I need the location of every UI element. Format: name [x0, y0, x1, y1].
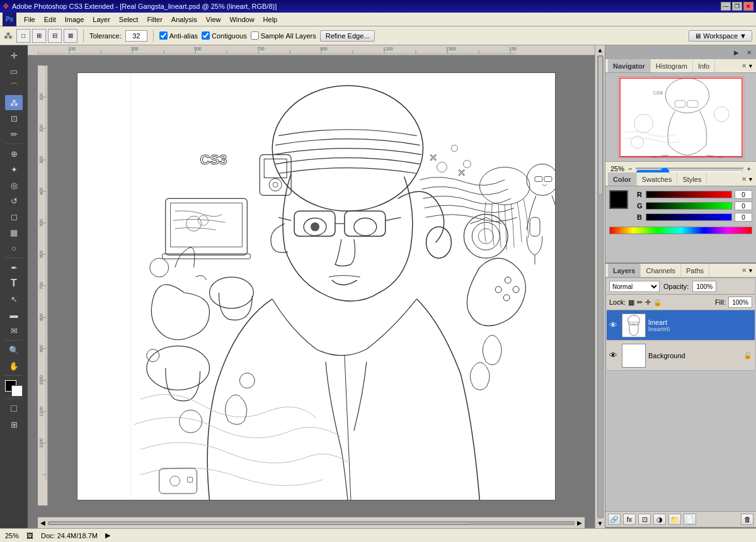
path-select-tool[interactable]: ↖	[5, 291, 23, 307]
selection-add-btn[interactable]: ⊞	[32, 29, 46, 43]
menu-help[interactable]: Help	[260, 14, 282, 25]
menu-layer[interactable]: Layer	[89, 14, 114, 25]
menu-window[interactable]: Window	[226, 14, 258, 25]
text-tool[interactable]: T	[5, 276, 23, 291]
b-slider[interactable]	[646, 213, 732, 221]
canvas-content[interactable]: 100200 300400 500600 700800 9001000 1100…	[38, 55, 585, 517]
brush-tool[interactable]: ✦	[5, 162, 23, 177]
restore-button[interactable]: ❐	[732, 2, 742, 11]
scroll-down-arrow[interactable]: ▼	[597, 520, 604, 527]
fill-input[interactable]	[728, 296, 752, 308]
hand-tool[interactable]: ✋	[5, 358, 23, 373]
contiguous-option[interactable]: Contiguous	[202, 31, 247, 40]
r-value-input[interactable]	[735, 190, 752, 199]
menu-image[interactable]: Image	[61, 14, 88, 25]
color-panel-menu[interactable]: ▼	[748, 176, 753, 183]
zoom-slider[interactable]	[636, 167, 743, 169]
selection-intersect-btn[interactable]: ⊠	[64, 29, 77, 43]
eraser-tool[interactable]: ◻	[5, 209, 23, 224]
zoom-out-icon[interactable]: −	[628, 165, 632, 172]
history-brush[interactable]: ↺	[5, 193, 23, 208]
layer-eye-lineart[interactable]: 👁	[609, 320, 619, 330]
foreground-swatch[interactable]	[609, 190, 628, 209]
menu-view[interactable]: View	[202, 14, 225, 25]
tab-navigator[interactable]: Navigator	[608, 59, 651, 72]
menu-filter[interactable]: Filter	[143, 14, 166, 25]
scroll-thumb-h[interactable]	[49, 522, 469, 524]
selection-subtract-btn[interactable]: ⊟	[48, 29, 62, 43]
minimize-button[interactable]: —	[721, 2, 731, 11]
dodge-tool[interactable]: ○	[5, 240, 23, 256]
lasso-tool[interactable]: ⌒	[5, 79, 23, 94]
background-color[interactable]	[11, 385, 23, 397]
layer-delete-button[interactable]: 🗑	[741, 514, 753, 525]
move-tool[interactable]: ✛	[5, 48, 23, 63]
fg-bg-colors[interactable]	[5, 380, 23, 397]
scroll-thumb-v[interactable]	[598, 56, 603, 195]
navigator-panel-menu[interactable]: ▼	[748, 63, 753, 69]
tab-layers[interactable]: Layers	[608, 264, 641, 277]
contiguous-checkbox[interactable]	[202, 31, 210, 40]
anti-alias-option[interactable]: Anti-alias	[159, 31, 198, 40]
lock-image-icon[interactable]: ✏	[637, 298, 643, 307]
scroll-right-arrow[interactable]: ▶	[577, 519, 582, 526]
canvas-image[interactable]: CS3	[77, 72, 556, 500]
eyedropper-tool[interactable]: ✏	[5, 127, 23, 142]
layers-panel-menu[interactable]: ▼	[748, 268, 753, 274]
window-controls[interactable]: — ❐ ✕	[721, 2, 753, 11]
layer-group-button[interactable]: 📁	[668, 514, 681, 525]
tab-channels[interactable]: Channels	[641, 264, 680, 277]
sample-all-option[interactable]: Sample All Layers	[251, 31, 316, 40]
refine-edge-button[interactable]: Refine Edge...	[320, 30, 375, 42]
heal-tool[interactable]: ⊕	[5, 146, 23, 161]
notes-tool[interactable]: ✉	[5, 323, 23, 338]
tab-info[interactable]: Info	[693, 59, 715, 72]
g-value-input[interactable]	[735, 201, 752, 210]
lock-all-icon[interactable]: 🔒	[653, 298, 662, 307]
standard-mode[interactable]: □	[5, 401, 23, 416]
crop-tool[interactable]: ⊡	[5, 111, 23, 126]
scroll-left-arrow[interactable]: ◀	[40, 519, 45, 526]
zoom-in-icon[interactable]: +	[747, 165, 751, 172]
r-slider[interactable]	[646, 191, 732, 198]
scroll-up-arrow[interactable]: ▲	[597, 47, 604, 54]
workspace-button[interactable]: 🖥 Workspace ▼	[689, 30, 752, 42]
tab-styles[interactable]: Styles	[677, 172, 707, 186]
tab-swatches[interactable]: Swatches	[637, 172, 678, 186]
horizontal-scrollbar[interactable]: ◀ ▶	[38, 517, 585, 528]
color-panel-close[interactable]: ✕	[742, 176, 747, 183]
canvas-nav-icon[interactable]: 🖼	[26, 532, 33, 539]
menu-edit[interactable]: Edit	[40, 14, 60, 25]
layer-row-background[interactable]: 👁 Background 🔒	[607, 341, 755, 371]
menu-analysis[interactable]: Analysis	[168, 14, 201, 25]
navigator-preview[interactable]: CS3	[618, 76, 744, 158]
tab-paths[interactable]: Paths	[681, 264, 709, 277]
close-button[interactable]: ✕	[743, 2, 753, 11]
menu-select[interactable]: Select	[115, 14, 142, 25]
layers-panel-close[interactable]: ✕	[742, 267, 747, 274]
clone-tool[interactable]: ◎	[5, 178, 23, 193]
lock-position-icon[interactable]: ✛	[645, 298, 651, 307]
wand-tool[interactable]: ⁂	[5, 95, 23, 110]
b-value-input[interactable]	[735, 213, 752, 222]
tolerance-input[interactable]	[125, 30, 147, 42]
marquee-tool[interactable]: ▭	[5, 64, 23, 79]
tab-color[interactable]: Color	[608, 172, 637, 186]
layer-adjustment-button[interactable]: ◑	[653, 514, 666, 525]
opacity-input[interactable]	[692, 281, 716, 292]
pen-tool[interactable]: ✒	[5, 260, 23, 275]
layer-new-button[interactable]: 📄	[684, 514, 696, 525]
selection-new-btn[interactable]: □	[16, 29, 30, 43]
gradient-tool[interactable]: ▦	[5, 225, 23, 240]
lock-transparent-icon[interactable]: ▦	[628, 298, 634, 307]
sample-all-checkbox[interactable]	[251, 31, 259, 40]
vertical-scrollbar[interactable]: ▲ ▼	[595, 45, 605, 528]
canvas-area[interactable]: 100300 500700 9001100 13001500	[28, 45, 595, 528]
anti-alias-checkbox[interactable]	[159, 31, 168, 40]
panel-tools-icon[interactable]: ✕	[743, 47, 755, 58]
layer-row-lineart[interactable]: 👁 lineart lineart#0	[607, 310, 755, 341]
navigator-panel-close[interactable]: ✕	[742, 62, 747, 69]
status-arrow-icon[interactable]: ▶	[105, 531, 110, 539]
g-slider[interactable]	[646, 202, 732, 210]
layer-eye-background[interactable]: 👁	[609, 351, 619, 360]
